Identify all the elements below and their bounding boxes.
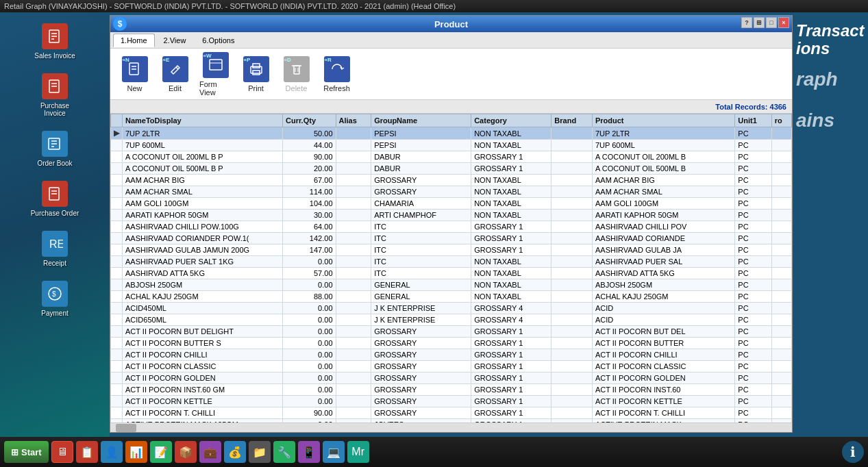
row-group: J K ENTERPRISE — [371, 314, 471, 326]
table-row[interactable]: ACT II POCORN T. CHILLI 90.00 GROSSARY G… — [111, 407, 792, 419]
row-alias — [336, 175, 371, 186]
row-product: AASHIRVAAD PUER SAL — [592, 256, 734, 268]
taskbar-app-6[interactable]: 📦 — [175, 441, 197, 463]
table-row[interactable]: ACHAL KAJU 250GM 88.00 GENERAL NON TAXAB… — [111, 291, 792, 303]
table-row[interactable]: ACT II POCORN CLASSIC 0.00 GROSSARY GROS… — [111, 361, 792, 373]
row-alias — [336, 314, 371, 326]
table-row[interactable]: ACT II POCORN INST.60 GM 0.00 GROSSARY G… — [111, 384, 792, 396]
taskbar-app-9[interactable]: 📁 — [249, 441, 271, 463]
row-group: ITC — [371, 256, 471, 268]
table-row[interactable]: AARATI KAPHOR 50GM 30.00 ARTI CHAMPHOF N… — [111, 210, 792, 221]
sidebar-item-receipt[interactable]: RE Receipt — [27, 227, 82, 271]
tab-home[interactable]: 1.Home — [113, 34, 155, 47]
row-indicator — [111, 175, 123, 186]
help-button[interactable]: ? — [741, 17, 752, 28]
taskbar-app-12[interactable]: 💻 — [323, 441, 345, 463]
tab-options[interactable]: 6.Options — [195, 34, 242, 47]
start-button[interactable]: ⊞ Start — [4, 441, 49, 463]
row-unit: PC — [735, 244, 771, 256]
toolbar: «N New «E Edit «W Form View «P Print — [110, 49, 792, 100]
taskbar-app-3[interactable]: 👤 — [101, 441, 123, 463]
row-alias — [336, 291, 371, 303]
new-button[interactable]: «N New — [116, 53, 153, 95]
delete-button[interactable]: «D Delete — [277, 53, 315, 95]
receipt-label: Receipt — [43, 260, 66, 267]
table-row[interactable]: ACT II POCORN BUTTER S 0.00 GROSSARY GRO… — [111, 338, 792, 349]
print-label: Print — [248, 84, 264, 92]
row-product: 7UP 2LTR — [592, 127, 734, 140]
maximize-button[interactable]: □ — [766, 17, 777, 28]
taskbar-app-10[interactable]: 🔧 — [273, 441, 295, 463]
row-product: ACT II POCORN GOLDEN — [592, 373, 734, 384]
table-row[interactable]: AASHIRVAD ATTA 5KG 57.00 ITC NON TAXABL … — [111, 268, 792, 279]
col-alias[interactable]: Alias — [336, 114, 371, 127]
row-product: A COCONUT OIL 500ML B — [592, 163, 734, 175]
sidebar-item-sales-invoice[interactable]: Sales Invoice — [27, 19, 82, 64]
table-row[interactable]: AASHIRVAAD GULAB JAMUN 200G 147.00 ITC G… — [111, 244, 792, 256]
taskbar-app-2[interactable]: 📋 — [76, 441, 98, 463]
table-row[interactable]: ABJOSH 250GM 0.00 GENERAL NON TAXABL ABJ… — [111, 279, 792, 291]
product-table: NameToDisplay Curr.Qty Alias GroupName C… — [110, 114, 792, 422]
horizontal-scrollbar[interactable] — [110, 422, 792, 432]
table-row[interactable]: ACT II POCORN GOLDEN 0.00 GROSSARY GROSS… — [111, 373, 792, 384]
taskbar-app-4[interactable]: 📊 — [125, 441, 147, 463]
row-brand — [551, 384, 593, 396]
form-view-button[interactable]: «W Form View — [197, 49, 234, 99]
col-category[interactable]: Category — [471, 114, 551, 127]
table-row[interactable]: AASHIRVAAD CORIANDER POW.1( 142.00 ITC G… — [111, 233, 792, 244]
col-name[interactable]: NameToDisplay — [123, 114, 283, 127]
close-button[interactable]: × — [778, 17, 789, 28]
row-indicator — [111, 233, 123, 244]
table-row[interactable]: ACT II POCORN BUT DELIGHT 0.00 GROSSARY … — [111, 326, 792, 338]
row-alias — [336, 151, 371, 163]
taskbar-app-7[interactable]: 💼 — [199, 441, 221, 463]
row-ro — [771, 407, 791, 419]
col-product[interactable]: Product — [592, 114, 734, 127]
edit-button[interactable]: «E Edit — [156, 53, 194, 95]
col-qty[interactable]: Curr.Qty — [282, 114, 336, 127]
taskbar-app-1[interactable]: 🖥 — [51, 441, 73, 463]
sidebar-item-payment[interactable]: $ Payment — [27, 277, 82, 321]
table-row[interactable]: A COCONUT OIL 500ML B P 20.00 DABUR GROS… — [111, 163, 792, 175]
col-brand[interactable]: Brand — [551, 114, 593, 127]
table-row[interactable]: AAM ACHAR SMAL 114.00 GROSSARY NON TAXAB… — [111, 186, 792, 198]
sidebar-item-purchase-order[interactable]: Purchase Order — [27, 177, 82, 221]
col-unit[interactable]: Unit1 — [735, 114, 771, 127]
taskbar-app-11[interactable]: 📱 — [298, 441, 320, 463]
col-ro[interactable]: ro — [771, 114, 791, 127]
row-alias — [336, 140, 371, 151]
table-row[interactable]: 7UP 600ML 44.00 PEPSI NON TAXABL 7UP 600… — [111, 140, 792, 151]
table-row[interactable]: ACID450ML 0.00 J K ENTERPRISE GROSSARY 4… — [111, 303, 792, 314]
print-button[interactable]: «P Print — [237, 53, 275, 95]
taskbar-app-13[interactable]: Mr — [347, 441, 369, 463]
table-row[interactable]: AASHIRVAAD PUER SALT 1KG 0.00 ITC NON TA… — [111, 256, 792, 268]
col-group[interactable]: GroupName — [371, 114, 471, 127]
table-row[interactable]: ▶ 7UP 2LTR 50.00 PEPSI NON TAXABL 7UP 2L… — [111, 127, 792, 140]
row-indicator — [111, 326, 123, 338]
row-ro — [771, 303, 791, 314]
sidebar-item-purchase-invoice[interactable]: Purchase Invoice — [27, 69, 82, 121]
table-row[interactable]: AAM GOLI 100GM 104.00 CHAMARIA NON TAXAB… — [111, 198, 792, 210]
tab-view[interactable]: 2.View — [156, 34, 194, 47]
row-ro — [771, 349, 791, 361]
table-row[interactable]: ACID650ML 0.00 J K ENTERPRISE GROSSARY 4… — [111, 314, 792, 326]
sidebar-item-order-book[interactable]: Order Book — [27, 127, 82, 171]
window-controls: ? ⊞ □ × — [741, 17, 789, 28]
table-row[interactable]: ACT II POCORN CHILLI 0.00 GROSSARY GROSS… — [111, 349, 792, 361]
table-row[interactable]: AAM ACHAR BIG 67.00 GROSSARY NON TAXABL … — [111, 175, 792, 186]
taskbar-info-button[interactable]: ℹ — [842, 441, 864, 463]
row-qty: 0.00 — [282, 361, 336, 373]
tile-button[interactable]: ⊞ — [754, 17, 765, 28]
table-row[interactable]: A COCONUT OIL 200ML B P 90.00 DABUR GROS… — [111, 151, 792, 163]
table-row[interactable]: AASHIRVAAD CHILLI POW.100G 64.00 ITC GRO… — [111, 221, 792, 233]
taskbar-app-8[interactable]: 💰 — [224, 441, 246, 463]
row-category: GROSSARY 1 — [471, 151, 551, 163]
table-container[interactable]: NameToDisplay Curr.Qty Alias GroupName C… — [110, 114, 792, 422]
table-row[interactable]: ACT II POCORN KETTLE 0.00 GROSSARY GROSS… — [111, 396, 792, 407]
row-unit: PC — [735, 407, 771, 419]
print-icon: «P — [243, 56, 269, 82]
row-ro — [771, 175, 791, 186]
taskbar-app-5[interactable]: 📝 — [150, 441, 172, 463]
row-indicator — [111, 186, 123, 198]
refresh-button[interactable]: «R Refresh — [318, 53, 356, 95]
